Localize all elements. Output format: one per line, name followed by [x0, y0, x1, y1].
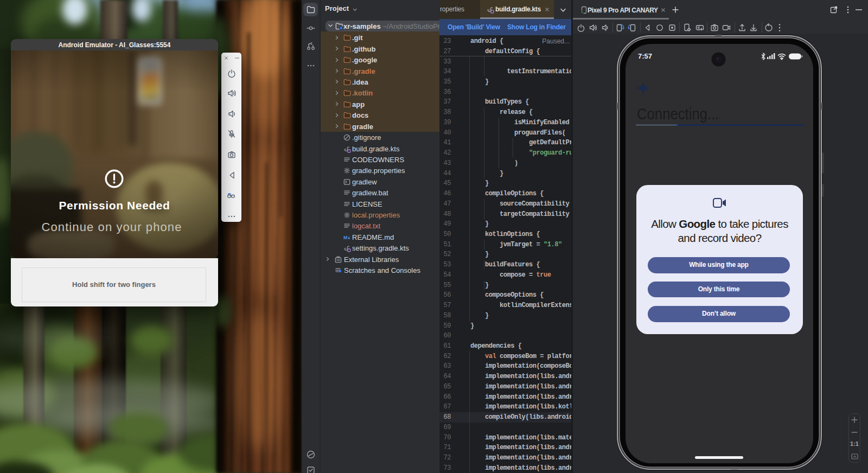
svg-text:M: M: [343, 235, 347, 240]
